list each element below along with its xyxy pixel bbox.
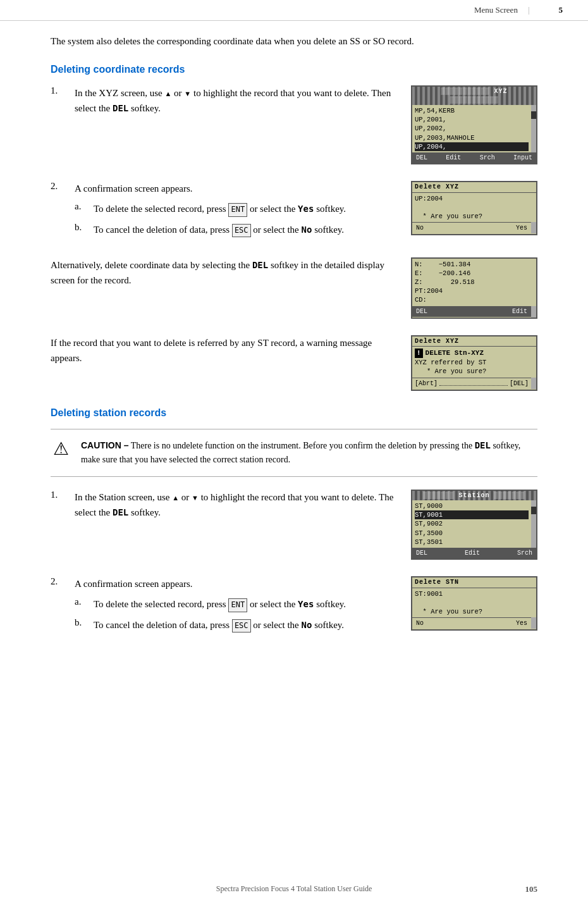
delete-stn-confirm: * Are you sure? — [415, 607, 534, 616]
warning-bold: DELETE Stn-XYZ — [426, 349, 484, 358]
delete-xyz-confirm: * Are you sure? — [415, 212, 534, 221]
delete-stn-scrollbar — [531, 617, 536, 629]
warning-title: Delete XYZ — [412, 336, 536, 347]
header-separator: | — [528, 5, 530, 15]
step2: 2. A confirmation screen appears. a. To … — [51, 181, 398, 237]
step2a: a. To delete the selected record, press … — [75, 201, 346, 216]
xyz-z: Z: 29.518 — [415, 278, 534, 287]
warning-screen: Delete XYZ ! DELETE Stn-XYZ XYZ referred… — [411, 335, 537, 397]
section2-heading: Deleting station records — [51, 407, 537, 419]
step2b: b. To cancel the deletion of data, press… — [75, 222, 346, 237]
xyz-row-3: UP,2002, — [415, 124, 529, 133]
stn-step2-content: A confirmation screen appears. — [75, 579, 193, 589]
step1: 1. In the XYZ screen, use ▲ or ▼ to high… — [51, 85, 398, 116]
delete-xyz-scrollbar — [531, 222, 536, 233]
xyz-screen-title: ▒▒▒▒▒▒▒▒▒▒▒ XYZ ▒▒▒▒▒▒▒▒▒▒▒ — [412, 87, 536, 105]
warning-line2: * Are you sure? — [415, 367, 534, 376]
header-page: 5 — [559, 5, 563, 15]
warning-icon: ! — [415, 349, 423, 358]
warning-text: If the record that you want to delete is… — [51, 335, 398, 366]
delete-xyz-blank — [415, 203, 534, 212]
station-screen-title: ▒▒▒▒▒▒▒ Station ▒▒▒▒▒▒▒ — [412, 491, 536, 501]
xyz-pt: PT:2004 — [415, 287, 534, 295]
caution-box: ⚠ CAUTION – There is no undelete functio… — [51, 429, 537, 477]
station-list-screen: ▒▒▒▒▒▒▒ Station ▒▒▒▒▒▒▒ ST,9000 ST,9001 … — [411, 490, 537, 567]
step2-num: 2. — [51, 181, 68, 237]
xyz-detail-softkeys: DELEdit — [412, 306, 531, 318]
stn-step2b: b. To cancel the deletion of data, press… — [75, 617, 346, 632]
step1-content: In the XYZ screen, use ▲ or ▼ to highlig… — [75, 85, 398, 116]
footer-center: Spectra Precision Focus 4 Total Station … — [213, 884, 376, 894]
stn-step2: 2. A confirmation screen appears. a. To … — [51, 576, 398, 632]
step1-num: 1. — [51, 85, 68, 116]
step2-content: A confirmation screen appears. — [75, 183, 193, 194]
delete-stn-screen: Delete STN ST:9001 * Are you sure? NoYes — [411, 576, 537, 642]
stn-step1-num: 1. — [51, 490, 68, 520]
alt-text: Alternatively, delete coordinate data by… — [51, 257, 398, 288]
xyz-n: N: −501.384 — [415, 260, 534, 269]
caution-icon: ⚠ — [51, 438, 71, 459]
delete-xyz-value: UP:2004 — [415, 194, 534, 203]
caution-text: CAUTION – There is no undelete function … — [81, 438, 537, 467]
section1-heading: Deleting coordinate records — [51, 64, 537, 75]
warning-softkeys: [Abrt] [DEL] — [412, 378, 531, 390]
stn-step1-content: In the Station screen, use ▲ or ▼ to hig… — [75, 490, 398, 520]
section-deleting-station: Deleting station records ⚠ CAUTION – The… — [51, 407, 537, 643]
stn-row-3: ST,9002 — [415, 519, 529, 528]
header: Menu Screen | 5 — [0, 0, 588, 21]
xyz-detail-screen: N: −501.384 E: −200.146 Z: 29.518 PT:200… — [411, 257, 537, 325]
xyz-row-5: UP,2004, — [415, 142, 529, 151]
xyz-e: E: −200.146 — [415, 269, 534, 278]
stn-step2-num: 2. — [51, 576, 68, 632]
delete-xyz-title: Delete XYZ — [412, 182, 536, 193]
stn-step1: 1. In the Station screen, use ▲ or ▼ to … — [51, 490, 398, 520]
intro-text: The system also deletes the correspondin… — [51, 34, 537, 49]
header-title: Menu Screen — [51, 5, 518, 15]
footer-page: 105 — [375, 884, 537, 894]
xyz-list-screen: ▒▒▒▒▒▒▒▒▒▒▒ XYZ ▒▒▒▒▒▒▒▒▒▒▒ MP,54,KERB U… — [411, 85, 537, 171]
stn-row-5: ST,3501 — [415, 538, 529, 546]
stn-scrollbar — [531, 500, 536, 548]
stn-softkeys: DELEditSrch — [412, 548, 536, 559]
footer-left — [51, 884, 213, 894]
xyz-row-1: MP,54,KERB — [415, 106, 529, 115]
xyz-scrollbar — [531, 105, 536, 152]
xyz-cd: CD: — [415, 295, 534, 304]
stn-row-4: ST,3500 — [415, 529, 529, 538]
stn-step2a: a. To delete the selected record, press … — [75, 596, 346, 612]
xyz-row-4: UP,2003,MANHOLE — [415, 133, 529, 142]
xyz-detail-scrollbar — [531, 306, 536, 318]
delete-stn-blank — [415, 598, 534, 607]
delete-stn-softkeys: NoYes — [412, 617, 531, 629]
delete-stn-value: ST:9001 — [415, 589, 534, 598]
warning-icon-row: ! DELETE Stn-XYZ — [415, 349, 534, 358]
xyz-softkeys: DELEditSrchInput — [412, 152, 536, 164]
section-deleting-coordinate: Deleting coordinate records 1. In the XY… — [51, 64, 537, 397]
footer: Spectra Precision Focus 4 Total Station … — [0, 884, 588, 894]
xyz-row-2: UP,2001, — [415, 115, 529, 124]
warning-line1: XYZ referred by ST — [415, 358, 534, 367]
warning-scrollbar — [531, 378, 536, 389]
stn-row-1: ST,9000 — [415, 502, 529, 510]
delete-xyz-screen: Delete XYZ UP:2004 * Are you sure? NoYes — [411, 181, 537, 247]
delete-stn-title: Delete STN — [412, 577, 536, 588]
delete-xyz-softkeys: NoYes — [412, 222, 531, 234]
stn-row-2: ST,9001 — [415, 510, 529, 519]
